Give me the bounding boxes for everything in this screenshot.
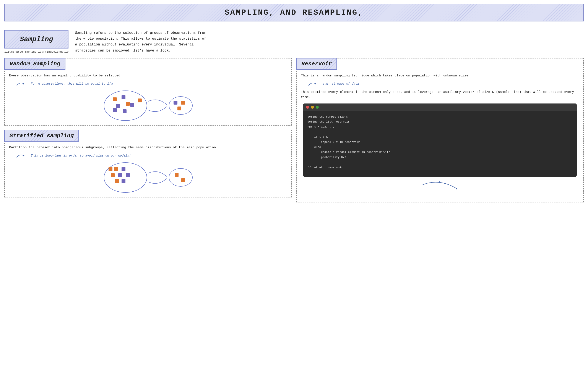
strat-dot-s-o2	[181, 178, 185, 182]
reservoir-section: Reservoir This is a random sampling tech…	[296, 58, 584, 202]
code-dot-green	[316, 106, 319, 109]
strat-dot-p4	[122, 179, 126, 183]
dot-purple-5	[123, 109, 126, 113]
sampling-box-title: Sampling	[20, 35, 53, 43]
random-sampling-viz	[11, 91, 285, 121]
random-sampling-arrow-note: For m observations, this will be equal t…	[16, 81, 287, 87]
reservoir-header: Reservoir	[296, 58, 337, 70]
code-titlebar	[303, 104, 577, 111]
reservoir-desc2: This examines every element in the strea…	[301, 90, 579, 100]
dot-orange-1	[113, 97, 117, 101]
big-ellipse	[104, 91, 147, 121]
dot-small-purple-1	[174, 101, 177, 105]
reservoir-bottom: ?	[301, 180, 579, 198]
code-dot-red	[306, 106, 309, 109]
reservoir-body: This is a random sampling technique whic…	[297, 70, 583, 198]
stratified-sampling-arrow-text: This is important in order to avoid bias…	[31, 154, 131, 157]
stratified-sampling-desc: Partition the dataset into homogeneous s…	[9, 145, 287, 150]
random-sampling-title: Random Sampling	[10, 61, 60, 67]
question-arrow-svg: ?	[418, 180, 462, 198]
sampling-box: Sampling	[4, 30, 69, 49]
small-ellipse	[169, 96, 193, 115]
strat-big-ellipse	[104, 162, 147, 193]
dot-orange-2	[126, 102, 130, 106]
strat-dot-p3	[126, 173, 130, 177]
code-content: define the sample size K define the list…	[303, 111, 577, 173]
stratified-sampling-arrow-note: This is important in order to avoid bias…	[16, 152, 287, 159]
sampling-box-subtitle: illustrated-machine-learning.github.io	[4, 50, 69, 54]
svg-marker-3	[456, 188, 457, 189]
random-sampling-body: Every observation has an equal probabili…	[5, 70, 291, 121]
random-sampling-section: Random Sampling Every observation has an…	[4, 58, 292, 126]
connector-arrow	[147, 97, 169, 114]
header-section: SAMPLING, AND RESAMPLING,	[4, 4, 584, 21]
intro-row: Sampling illustrated-machine-learning.gi…	[4, 30, 584, 54]
random-sampling-header: Random Sampling	[4, 58, 65, 70]
dot-small-orange-2	[177, 107, 181, 110]
dot-purple-2	[116, 104, 120, 108]
stratified-sampling-body: Partition the dataset into homogeneous s…	[5, 142, 291, 193]
strat-dot-o4	[115, 179, 119, 183]
code-block: define the sample size K define the list…	[303, 104, 577, 177]
reservoir-desc1: This is a random sampling technique whic…	[301, 73, 579, 78]
strat-dot-o2	[114, 167, 118, 171]
strat-dot-o3	[111, 173, 115, 177]
random-sampling-arrow-text: For m observations, this will be equal t…	[31, 82, 113, 85]
main-content: Random Sampling Every observation has an…	[4, 58, 584, 202]
stratified-sampling-title: Stratified sampling	[10, 133, 74, 139]
dot-purple-3	[130, 103, 134, 107]
stratified-sampling-section: Stratified sampling Partition the datase…	[4, 130, 292, 197]
reservoir-arrow-note: e.g. streams of data	[308, 81, 579, 87]
left-column: Random Sampling Every observation has an…	[4, 58, 292, 197]
stratified-viz	[11, 162, 285, 193]
page-title: SAMPLING, AND RESAMPLING,	[225, 8, 363, 17]
random-sampling-desc: Every observation has an equal probabili…	[9, 73, 287, 78]
strat-dot-p1	[122, 167, 126, 171]
dot-purple-4	[113, 108, 117, 112]
dot-purple-1	[122, 95, 126, 99]
strat-dot-o1	[109, 167, 112, 171]
dot-small-orange-1	[181, 101, 185, 105]
code-dot-yellow	[311, 106, 314, 109]
right-column: Reservoir This is a random sampling tech…	[296, 58, 584, 202]
strat-dot-p2	[118, 173, 122, 177]
stratified-sampling-header: Stratified sampling	[4, 130, 79, 142]
sampling-intro-box: Sampling illustrated-machine-learning.gi…	[4, 30, 69, 54]
strat-connector	[147, 169, 169, 186]
svg-text:?: ?	[438, 181, 440, 186]
strat-small-ellipse	[169, 168, 193, 187]
dot-orange-3	[138, 98, 142, 102]
reservoir-title: Reservoir	[301, 61, 332, 67]
strat-dot-s-o1	[175, 173, 179, 177]
reservoir-arrow-icon	[308, 81, 321, 87]
intro-description: Sampling refers to the selection of grou…	[75, 30, 209, 54]
arrow-icon	[16, 81, 28, 87]
strat-arrow-icon	[16, 152, 28, 159]
reservoir-arrow-text: e.g. streams of data	[322, 82, 359, 85]
